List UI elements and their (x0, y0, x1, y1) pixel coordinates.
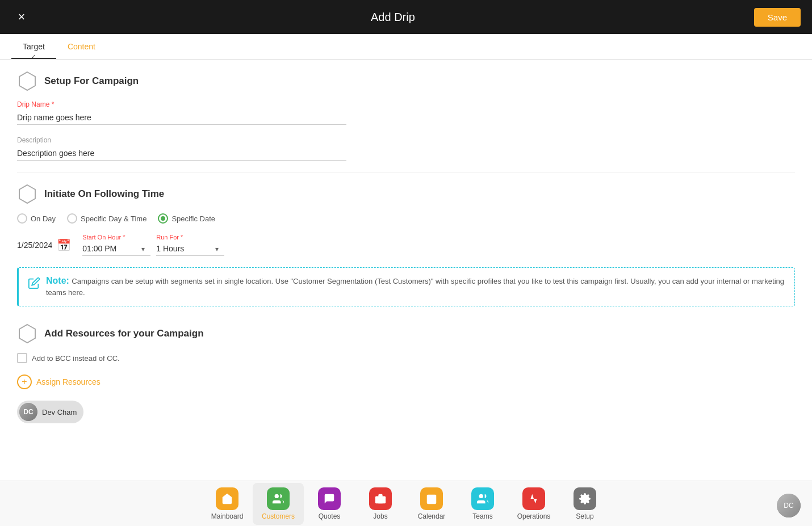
description-label: Description (17, 136, 795, 144)
nav-label-quotes: Quotes (319, 512, 341, 520)
nav-label-mainboard: Mainboard (211, 512, 244, 520)
note-text: Campaigns can be setup with segments set… (46, 277, 784, 297)
resources-section-header: Add Resources for your Campaign (17, 323, 795, 344)
operations-icon (522, 487, 545, 510)
resources-section: Add Resources for your Campaign Add to B… (17, 323, 795, 423)
quotes-icon (318, 487, 341, 510)
nav-label-setup: Setup (576, 512, 593, 520)
date-field: 1/25/2024 📅 (17, 238, 71, 252)
save-button[interactable]: Save (754, 8, 801, 27)
nav-label-jobs: Jobs (373, 512, 387, 520)
nav-label-calendar: Calendar (418, 512, 446, 520)
radio-on-day[interactable]: On Day (17, 213, 56, 224)
nav-item-customers[interactable]: Customers (253, 483, 304, 525)
nav-item-calendar[interactable]: Calendar (406, 483, 457, 525)
svg-point-3 (275, 494, 279, 498)
description-input[interactable] (17, 146, 346, 161)
page-title: Add Drip (32, 11, 754, 24)
divider-1 (17, 172, 795, 172)
description-group: Description (17, 136, 795, 161)
close-button[interactable]: × (11, 7, 32, 27)
note-content: Note: Campaigns can be setup with segmen… (46, 276, 785, 298)
nav-item-setup[interactable]: Setup (559, 483, 610, 525)
drip-name-label: Drip Name * (17, 100, 795, 108)
date-value: 1/25/2024 (17, 241, 52, 250)
mainboard-icon (216, 487, 238, 510)
nav-label-teams: Teams (472, 512, 492, 520)
teams-icon (471, 487, 494, 510)
svg-marker-0 (19, 72, 35, 90)
nav-label-customers: Customers (262, 512, 295, 520)
nav-item-operations[interactable]: Operations (508, 483, 559, 525)
calendar-nav-icon (420, 487, 443, 510)
start-hour-group: Start On Hour * 01:00 PM 02:00 PM 03:00 … (82, 234, 145, 256)
nav-label-operations: Operations (517, 512, 551, 520)
customers-icon (267, 487, 290, 510)
setup-hex-icon (17, 71, 37, 91)
resources-section-title: Add Resources for your Campaign (44, 328, 204, 339)
header: × Add Drip Save (0, 0, 812, 34)
bcc-checkbox[interactable] (17, 353, 27, 363)
drip-name-group: Drip Name * (17, 100, 795, 125)
assign-resources-button[interactable]: + Assign Resources (17, 372, 101, 392)
tab-content[interactable]: Content (56, 34, 107, 59)
radio-specific-day-time[interactable]: Specific Day & Time (67, 213, 147, 224)
bcc-checkbox-row: Add to BCC instead of CC. (17, 353, 795, 363)
datetime-row: 1/25/2024 📅 Start On Hour * 01:00 PM 02:… (17, 234, 795, 256)
nav-items: Mainboard Customers Quotes Jobs Calendar (202, 483, 610, 525)
svg-marker-2 (19, 325, 35, 343)
initiate-hex-icon (17, 184, 37, 204)
nav-item-mainboard[interactable]: Mainboard (202, 483, 253, 525)
svg-marker-1 (19, 185, 35, 203)
profile-avatar[interactable]: DC (777, 494, 801, 517)
setup-section-header: Setup For Campaign (17, 71, 795, 91)
setup-section-title: Setup For Campaign (44, 75, 139, 87)
run-for-select[interactable]: 1 Hours 2 Hours 3 Hours (156, 242, 224, 256)
nav-item-jobs[interactable]: Jobs (355, 483, 406, 525)
run-for-group: Run For * 1 Hours 2 Hours 3 Hours ▾ (156, 234, 219, 256)
nav-item-teams[interactable]: Teams (457, 483, 508, 525)
note-label: Note: (46, 276, 69, 285)
user-name: Dev Cham (42, 408, 77, 416)
assign-resources-label: Assign Resources (36, 377, 101, 386)
user-chip: DC Dev Cham (17, 401, 83, 423)
note-icon (28, 277, 40, 292)
initiate-section-title: Initiate On Following Time (44, 188, 164, 200)
assign-resources-icon: + (17, 374, 32, 389)
resources-hex-icon (17, 323, 37, 344)
note-box: Note: Campaigns can be setup with segmen… (17, 267, 795, 306)
bottom-nav: Mainboard Customers Quotes Jobs Calendar (0, 481, 812, 526)
drip-name-input[interactable] (17, 111, 346, 125)
tab-target[interactable]: Target ✓ (11, 34, 56, 59)
main-content: Setup For Campaign Drip Name * Descripti… (0, 60, 812, 481)
start-hour-label: Start On Hour * (82, 234, 145, 241)
initiate-section-header: Initiate On Following Time (17, 184, 795, 204)
start-hour-select[interactable]: 01:00 PM 02:00 PM 03:00 PM (82, 242, 150, 256)
avatar: DC (19, 403, 37, 421)
setup-icon (574, 487, 596, 510)
svg-point-9 (479, 494, 483, 498)
radio-group: On Day Specific Day & Time Specific Date (17, 213, 795, 224)
nav-item-quotes[interactable]: Quotes (304, 483, 355, 525)
radio-specific-date[interactable]: Specific Date (158, 213, 215, 224)
bcc-label: Add to BCC instead of CC. (32, 354, 120, 363)
calendar-icon[interactable]: 📅 (57, 238, 71, 252)
svg-rect-5 (427, 494, 437, 504)
tabs-bar: Target ✓ Content (0, 34, 812, 60)
run-for-label: Run For * (156, 234, 219, 241)
jobs-icon (369, 487, 392, 510)
